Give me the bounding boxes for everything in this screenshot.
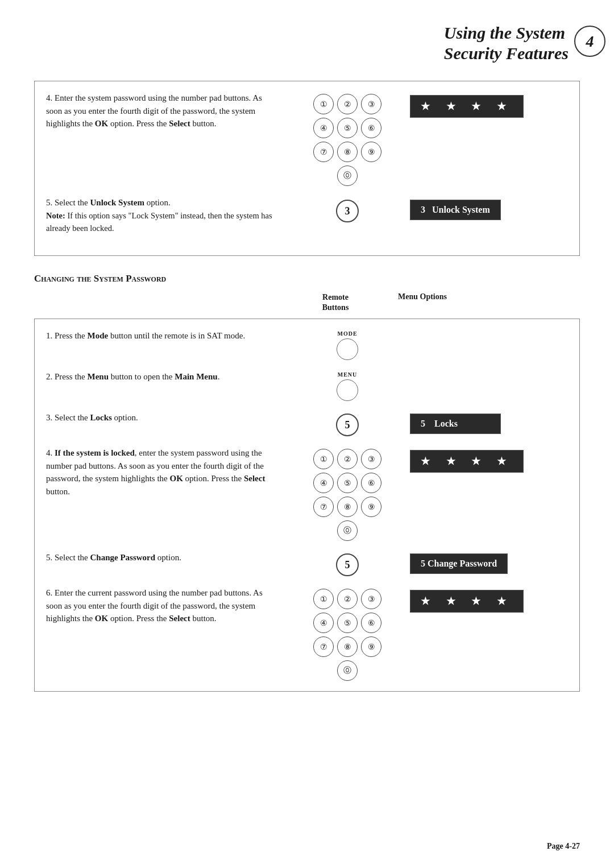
s2-step3-menu: 5 Locks — [410, 411, 568, 434]
numpad-grid-2: ① ② ③ ④ ⑤ ⑥ ⑦ ⑧ ⑨ ⓪ — [313, 449, 381, 541]
numpad-0: ⓪ — [337, 166, 358, 186]
s2-step6-numpad: ① ② ③ ④ ⑤ ⑥ ⑦ ⑧ ⑨ ⓪ — [285, 586, 410, 681]
step-row-4: 4. Enter the system password using the n… — [46, 92, 568, 186]
numpad-5: ⑤ — [337, 118, 358, 138]
s2-step4-menu: ★ ★ ★ ★ — [410, 447, 568, 473]
numpad-3: ③ — [361, 94, 381, 114]
numpad-1: ① — [313, 94, 334, 114]
section2-heading: Changing the System Password — [34, 273, 580, 284]
mode-button-group: MODE — [337, 330, 358, 360]
numpad3-2: ② — [337, 589, 358, 609]
step-row-5: 5. Select the Unlock System option. Note… — [46, 196, 568, 235]
password-display-3: ★ ★ ★ ★ — [410, 590, 524, 613]
s2-step2-row: 2. Press the Menu button to open the Mai… — [46, 370, 568, 401]
chapter-number: 4 — [574, 26, 605, 57]
s2-step2-text: 2. Press the Menu button to open the Mai… — [46, 370, 285, 383]
password-display-2: ★ ★ ★ ★ — [410, 450, 524, 473]
numpad2-4: ④ — [313, 473, 334, 493]
s2-step3-visual: 5 — [285, 411, 410, 436]
numpad-7: ⑦ — [313, 142, 334, 162]
numpad2-8: ⑧ — [337, 497, 358, 517]
mode-btn — [337, 338, 358, 360]
numpad-4: ④ — [313, 118, 334, 138]
step5-text: 5. Select the Unlock System option. Note… — [46, 196, 285, 235]
numpad3-3: ③ — [361, 589, 381, 609]
s2-step5-text: 5. Select the Change Password option. — [46, 551, 285, 564]
s2-step5-menu: 5 Change Password — [410, 551, 568, 574]
numpad3-9: ⑨ — [361, 636, 381, 657]
section2-box: 1. Press the Mode button until the remot… — [34, 319, 580, 692]
numpad-8: ⑧ — [337, 142, 358, 162]
numpad2-0: ⓪ — [337, 520, 358, 541]
s2-step3-text: 3. Select the Locks option. — [46, 411, 285, 424]
locks-option: 5 Locks — [410, 414, 501, 434]
s2-step4-text: 4. If the system is locked, enter the sy… — [46, 447, 285, 498]
numpad-6: ⑥ — [361, 118, 381, 138]
menu-button-group: MENU — [337, 371, 358, 401]
s2-step2-visual: MENU — [285, 370, 410, 401]
s2-step1-text: 1. Press the Mode button until the remot… — [46, 329, 285, 342]
col-remote-header: RemoteButtons — [273, 292, 398, 313]
circle-5a: 5 — [336, 414, 359, 436]
s2-step1-visual: MODE — [285, 329, 410, 360]
numpad2-5: ⑤ — [337, 473, 358, 493]
col-menu-header: Menu Options — [398, 292, 580, 313]
s2-step6-row: 6. Enter the current password using the … — [46, 586, 568, 681]
unlock-system-option: 3 Unlock System — [410, 200, 501, 220]
numpad3-8: ⑧ — [337, 636, 358, 657]
title-block: Using the System Security Features 4 — [444, 23, 569, 64]
numpad2-2: ② — [337, 449, 358, 469]
numpad3-4: ④ — [313, 613, 334, 633]
numpad3-1: ① — [313, 589, 334, 609]
numpad-grid: ① ② ③ ④ ⑤ ⑥ ⑦ ⑧ ⑨ ⓪ — [313, 94, 381, 186]
mode-label: MODE — [337, 330, 358, 337]
step4-text: 4. Enter the system password using the n… — [46, 92, 285, 130]
password-display: ★ ★ ★ ★ — [410, 95, 524, 118]
numpad2-6: ⑥ — [361, 473, 381, 493]
page: Using the System Security Features 4 4. … — [0, 0, 614, 868]
step5-menu: 3 Unlock System — [410, 196, 568, 220]
page-title: Using the System Security Features 4 — [444, 23, 569, 64]
numpad3-0: ⓪ — [337, 660, 358, 681]
s2-step2-menu — [410, 370, 568, 373]
s2-step4-numpad: ① ② ③ ④ ⑤ ⑥ ⑦ ⑧ ⑨ ⓪ — [285, 447, 410, 541]
page-header: Using the System Security Features 4 — [34, 23, 580, 64]
step5-visual: 3 — [285, 196, 410, 222]
table-headers: RemoteButtons Menu Options — [34, 292, 580, 313]
s2-step6-menu: ★ ★ ★ ★ — [410, 586, 568, 613]
s2-step5-row: 5. Select the Change Password option. 5 … — [46, 551, 568, 576]
s2-step3-row: 3. Select the Locks option. 5 5 Locks — [46, 411, 568, 436]
numpad2-3: ③ — [361, 449, 381, 469]
step4-menu: ★ ★ ★ ★ — [410, 92, 568, 118]
numpad2-9: ⑨ — [361, 497, 381, 517]
step4-numpad: ① ② ③ ④ ⑤ ⑥ ⑦ ⑧ ⑨ ⓪ — [285, 92, 410, 186]
numpad-9: ⑨ — [361, 142, 381, 162]
numpad3-7: ⑦ — [313, 636, 334, 657]
s2-step6-text: 6. Enter the current password using the … — [46, 586, 285, 625]
numpad-grid-3: ① ② ③ ④ ⑤ ⑥ ⑦ ⑧ ⑨ ⓪ — [313, 589, 381, 681]
numpad3-5: ⑤ — [337, 613, 358, 633]
circle-5b: 5 — [336, 553, 359, 576]
page-footer: Page 4-27 — [547, 842, 580, 851]
numpad2-1: ① — [313, 449, 334, 469]
section1-box: 4. Enter the system password using the n… — [34, 81, 580, 256]
numpad3-6: ⑥ — [361, 613, 381, 633]
change-password-option: 5 Change Password — [410, 553, 508, 574]
s2-step1-row: 1. Press the Mode button until the remot… — [46, 329, 568, 360]
numpad2-7: ⑦ — [313, 497, 334, 517]
circle-3: 3 — [336, 200, 359, 222]
menu-label-btn: MENU — [337, 371, 358, 378]
menu-btn — [337, 379, 358, 401]
section2: Changing the System Password RemoteButto… — [34, 273, 580, 692]
s2-step5-visual: 5 — [285, 551, 410, 576]
s2-step4-row: 4. If the system is locked, enter the sy… — [46, 447, 568, 541]
numpad-2: ② — [337, 94, 358, 114]
s2-step1-menu — [410, 329, 568, 332]
